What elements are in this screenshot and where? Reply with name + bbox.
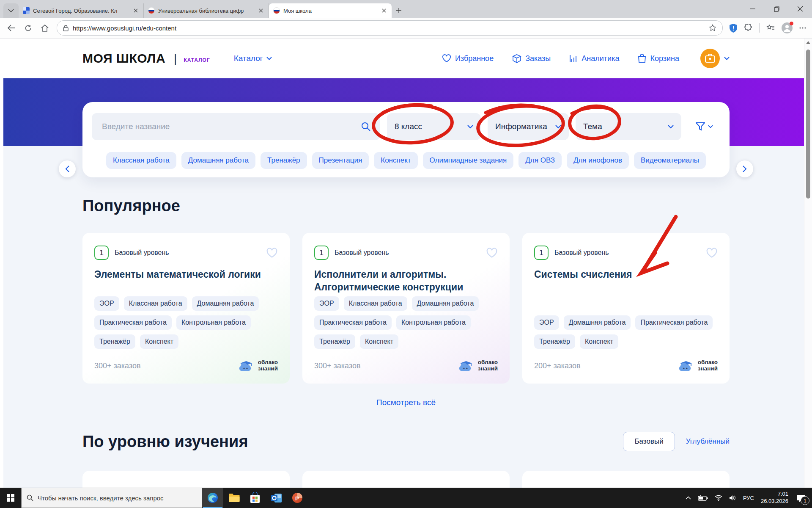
outlook-app-icon[interactable]	[266, 488, 287, 508]
browser-window: Сетевой Город. Образование. Кл Универсал…	[0, 0, 812, 508]
browser-tab-2[interactable]: Универсальная библиотека цифр	[144, 3, 269, 18]
new-tab-button[interactable]	[392, 5, 406, 17]
nav-favorites[interactable]: Избранное	[442, 54, 494, 63]
popular-title: Популярное	[82, 197, 730, 215]
back-icon[interactable]	[6, 23, 16, 33]
nav-cart[interactable]: Корзина	[638, 54, 679, 63]
chip-video[interactable]: Видеоматериалы	[634, 152, 706, 169]
close-button[interactable]	[788, 0, 812, 18]
tab-search-chevron-icon[interactable]	[3, 3, 19, 18]
scrollbar-thumb[interactable]	[806, 50, 810, 199]
chevron-down-icon	[266, 57, 272, 60]
taskbar-clock[interactable]: 7:01 26.03.2026	[761, 491, 788, 505]
chip-presentation[interactable]: Презентация	[312, 152, 369, 169]
favorite-heart-icon[interactable]	[706, 248, 718, 258]
chip-notes[interactable]: Конспект	[374, 152, 417, 169]
profile-avatar[interactable]	[782, 22, 793, 33]
restore-button[interactable]	[765, 0, 788, 18]
vendor-logo: облако знаний	[238, 359, 278, 373]
page-scrollbar	[804, 39, 812, 488]
course-card-2[interactable]: 1 Базовый уровень Исполнители и алгоритм…	[302, 233, 510, 384]
taskbar-search[interactable]: Чтобы начать поиск, введите здесь запрос	[21, 488, 202, 508]
chip-homework[interactable]: Домашняя работа	[181, 152, 255, 169]
search-input[interactable]	[101, 121, 356, 132]
partial-card[interactable]	[302, 471, 510, 488]
chip-classwork[interactable]: Классная работа	[106, 152, 176, 169]
browser-tab-active[interactable]: Моя школа	[269, 3, 392, 18]
edge-app-icon[interactable]	[202, 488, 223, 508]
catalog-menu[interactable]: Каталог	[234, 54, 272, 63]
chips-scroll-left-button[interactable]	[59, 160, 76, 177]
site-logo[interactable]: МОЯ ШКОЛА	[82, 51, 165, 66]
favorite-heart-icon[interactable]	[266, 248, 278, 258]
search-icon[interactable]	[361, 121, 371, 132]
shield-icon[interactable]	[730, 24, 737, 33]
file-explorer-app-icon[interactable]	[223, 488, 244, 508]
address-bar[interactable]: https://www.gosuslugi.ru/edu-content	[57, 20, 723, 36]
tray-expand-icon[interactable]	[686, 496, 691, 500]
tab-close-icon[interactable]	[258, 7, 264, 14]
language-indicator[interactable]: РУС	[743, 495, 754, 501]
tag: Тренажёр	[314, 334, 355, 349]
chevron-down-icon	[724, 57, 730, 60]
battery-icon[interactable]	[698, 495, 708, 501]
level-label: Базовый уровень	[115, 249, 169, 257]
powerpoint-app-icon[interactable]: P	[287, 488, 308, 508]
page-content: 8 класс Информатика Тема	[3, 146, 809, 488]
settings-more-icon[interactable]	[799, 27, 806, 29]
course-card-1[interactable]: 1 Базовый уровень Элементы математическо…	[82, 233, 290, 384]
refresh-icon[interactable]	[23, 23, 33, 33]
see-all-link[interactable]: Посмотреть всё	[82, 398, 730, 407]
site-nav: Избранное Заказы Аналитика Корзина	[442, 49, 730, 68]
card-tags: ЭОР Классная работа Домашняя работа Прак…	[94, 296, 278, 349]
nav-orders[interactable]: Заказы	[512, 54, 551, 63]
briefcase-icon	[705, 54, 715, 63]
tab-title: Сетевой Город. Образование. Кл	[33, 8, 129, 14]
chip-inophones[interactable]: Для инофонов	[567, 152, 629, 169]
advanced-level-link[interactable]: Углублённый	[686, 437, 730, 446]
notification-center-icon[interactable]: 1	[795, 492, 807, 504]
minimize-button[interactable]	[741, 0, 765, 18]
chips-scroll-right-button[interactable]	[736, 160, 753, 177]
orders-count: 300+ заказов	[314, 362, 361, 370]
favorite-star-icon[interactable]	[709, 24, 716, 32]
collections-icon[interactable]	[766, 24, 775, 32]
course-card-3[interactable]: 1 Базовый уровень Системы счисления ЭОР …	[522, 233, 730, 384]
start-button[interactable]	[0, 488, 21, 508]
microsoft-store-app-icon[interactable]	[244, 488, 266, 508]
chip-olympiad[interactable]: Олимпиадные задания	[423, 152, 514, 169]
chevron-right-icon	[743, 166, 747, 172]
chip-ovz[interactable]: Для ОВЗ	[518, 152, 562, 169]
level-cards-partial	[82, 471, 730, 488]
vendor-line1: облако	[698, 359, 718, 366]
advanced-filters-button[interactable]	[688, 122, 720, 131]
home-icon[interactable]	[40, 23, 50, 33]
tab-strip: Сетевой Город. Образование. Кл Универсал…	[0, 0, 812, 18]
windows-taskbar: Чтобы начать поиск, введите здесь запрос…	[0, 488, 812, 508]
site-header: МОЯ ШКОЛА | КАТАЛОГ Каталог Избранное За…	[82, 39, 730, 78]
tag: Практическая работа	[635, 315, 713, 330]
grade-value: 8 класс	[395, 122, 422, 131]
nav-analytics[interactable]: Аналитика	[569, 54, 619, 63]
subject-dropdown[interactable]: Информатика	[488, 113, 569, 140]
partial-card[interactable]	[522, 471, 730, 488]
tab-close-icon[interactable]	[132, 7, 139, 14]
tab-close-icon[interactable]	[381, 7, 387, 14]
browser-tab-1[interactable]: Сетевой Город. Образование. Кл	[19, 3, 144, 18]
wifi-icon[interactable]	[715, 495, 722, 501]
extensions-icon[interactable]	[744, 24, 752, 32]
tag: Домашняя работа	[564, 315, 631, 330]
topic-dropdown[interactable]: Тема	[576, 113, 681, 140]
topic-value: Тема	[583, 122, 602, 131]
vendor-line2: знаний	[258, 366, 278, 372]
favorite-heart-icon[interactable]	[486, 248, 498, 258]
partial-card[interactable]	[82, 471, 290, 488]
grade-dropdown[interactable]: 8 класс	[387, 113, 481, 140]
basic-level-button[interactable]: Базовый	[623, 432, 675, 451]
user-menu[interactable]	[700, 49, 730, 68]
tag: Тренажёр	[534, 334, 575, 349]
filter-row: 8 класс Информатика Тема	[92, 113, 720, 140]
volume-icon[interactable]	[729, 495, 736, 501]
scrollbar-up-arrow[interactable]	[806, 41, 810, 44]
chip-trainer[interactable]: Тренажёр	[261, 152, 307, 169]
